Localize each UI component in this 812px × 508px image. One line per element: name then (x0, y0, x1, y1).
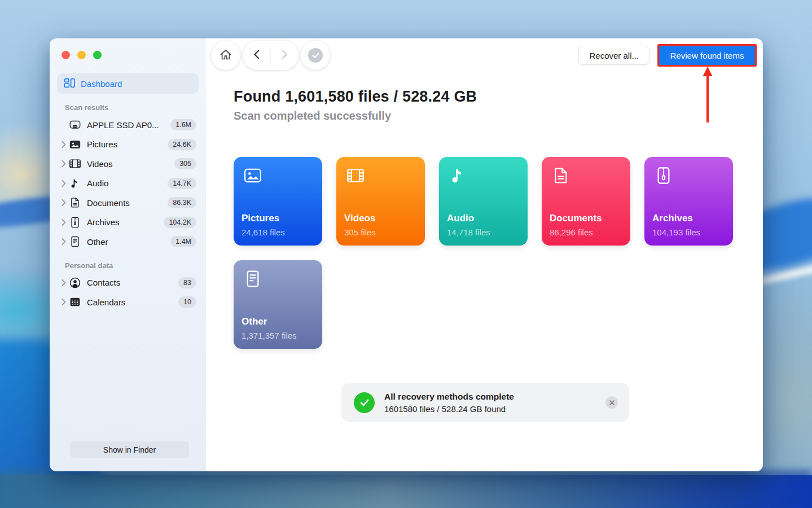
category-card-pictures[interactable]: Pictures 24,618 files (234, 157, 322, 246)
chevron-right-icon (282, 50, 288, 61)
card-title: Archives (652, 213, 693, 224)
sidebar-item-documents[interactable]: Documents 86.3K (57, 193, 199, 213)
sidebar-item-label: Pictures (87, 139, 117, 149)
sidebar-item-label: Contacts (87, 278, 120, 287)
count-badge: 83 (178, 277, 196, 288)
card-files-count: 104,193 files (652, 227, 700, 237)
review-found-items-button[interactable]: Review found items (657, 44, 757, 67)
annotation-arrow (702, 67, 713, 123)
sidebar-item-pictures[interactable]: Pictures 24.6K (57, 135, 199, 155)
chevron-left-icon (253, 50, 260, 61)
notification-subtitle: 1601580 files / 528.24 GB found (384, 404, 514, 414)
sidebar-item-audio[interactable]: Audio 14.7K (57, 174, 199, 194)
wallpaper-bottom-waves (0, 475, 812, 508)
category-card-archives[interactable]: Archives 104,193 files (644, 157, 733, 246)
dashboard-icon (64, 77, 75, 90)
sidebar-item-label: Calendars (87, 297, 125, 307)
sidebar-item-label: Documents (87, 198, 130, 208)
main-panel: Recover all... Review found items Found … (206, 38, 763, 471)
notification-close-button[interactable] (605, 396, 618, 409)
photo-icon (243, 166, 262, 187)
notification-title: All recovery methods complete (384, 392, 514, 402)
card-title: Pictures (242, 213, 279, 224)
zip-archive-icon (68, 216, 82, 229)
chevron-right-icon (59, 279, 68, 286)
sidebar: Dashboard Scan results APPLE SSD AP0... … (50, 38, 206, 471)
category-card-other[interactable]: Other 1,371,357 files (234, 260, 322, 349)
sidebar-item-drive[interactable]: APPLE SSD AP0... 1.6M (57, 115, 199, 135)
sidebar-item-label: Other (87, 237, 108, 247)
card-title: Other (242, 316, 267, 327)
section-title-scan-results: Scan results (65, 103, 199, 112)
chevron-right-icon (59, 160, 68, 167)
chevron-right-icon (59, 180, 68, 187)
close-window-button[interactable] (62, 51, 70, 59)
page-title: Found 1,601,580 files / 528.24 GB (234, 88, 477, 106)
photo-icon (68, 138, 82, 151)
recovery-complete-notification: All recovery methods complete 1601580 fi… (341, 383, 629, 422)
sidebar-item-label: Dashboard (81, 79, 122, 89)
back-button[interactable] (243, 41, 270, 70)
category-cards: Pictures 24,618 files Videos 305 files (234, 157, 753, 349)
sidebar-item-label: Videos (87, 159, 113, 169)
section-title-personal-data: Personal data (65, 261, 199, 270)
card-title: Audio (447, 213, 474, 224)
music-note-icon (68, 177, 82, 190)
sidebar-item-label: Audio (87, 178, 108, 188)
category-card-audio[interactable]: Audio 14,718 files (439, 157, 528, 246)
film-icon (68, 157, 82, 170)
session-complete-button[interactable] (301, 41, 330, 70)
contact-person-icon (68, 276, 82, 290)
hard-drive-icon (68, 118, 82, 132)
category-card-videos[interactable]: Videos 305 files (336, 157, 425, 246)
card-files-count: 14,718 files (447, 227, 490, 237)
count-badge: 10 (178, 296, 196, 308)
card-files-count: 86,296 files (550, 227, 593, 237)
card-title: Documents (550, 213, 602, 224)
page-subtitle: Scan completed successfully (234, 110, 477, 122)
count-badge: 14.7K (168, 178, 196, 189)
music-note-icon (449, 166, 468, 187)
file-lines-icon (243, 269, 262, 291)
check-circle-icon (308, 48, 323, 63)
calendar-icon (68, 295, 82, 309)
card-title: Videos (344, 213, 375, 224)
count-badge: 104.2K (164, 217, 196, 228)
file-lines-icon (68, 235, 82, 248)
document-icon (68, 196, 82, 209)
home-button[interactable] (211, 41, 240, 70)
sidebar-item-other[interactable]: Other 1.4M (57, 232, 199, 252)
chevron-right-icon (59, 238, 68, 245)
sidebar-item-label: APPLE SSD AP0... (87, 120, 159, 130)
close-icon (609, 398, 615, 407)
sidebar-item-calendars[interactable]: Calendars 10 (57, 292, 199, 312)
count-badge: 86.3K (168, 197, 196, 208)
home-icon (219, 48, 232, 63)
chevron-right-icon (59, 141, 68, 148)
forward-button[interactable] (271, 41, 299, 70)
sidebar-item-label: Archives (87, 217, 120, 227)
toolbar: Recover all... Review found items (211, 41, 757, 70)
success-check-icon (354, 392, 375, 413)
count-badge: 1.6M (170, 119, 196, 130)
zoom-window-button[interactable] (93, 51, 102, 59)
show-in-finder-button[interactable]: Show in Finder (70, 441, 189, 458)
card-files-count: 305 files (344, 227, 376, 237)
app-window: Dashboard Scan results APPLE SSD AP0... … (50, 38, 763, 471)
zip-archive-icon (654, 166, 673, 187)
count-badge: 305 (174, 158, 196, 169)
minimize-window-button[interactable] (77, 51, 86, 59)
sidebar-item-videos[interactable]: Videos 305 (57, 154, 199, 174)
chevron-right-icon (59, 299, 68, 305)
count-badge: 1.4M (170, 236, 196, 247)
film-icon (346, 166, 365, 187)
sidebar-item-dashboard[interactable]: Dashboard (57, 73, 199, 94)
sidebar-item-contacts[interactable]: Contacts 83 (57, 273, 199, 293)
chevron-right-icon (59, 199, 68, 206)
traffic-lights (62, 51, 102, 59)
category-card-documents[interactable]: Documents 86,296 files (542, 157, 630, 246)
recover-all-button[interactable]: Recover all... (578, 46, 649, 65)
sidebar-item-archives[interactable]: Archives 104.2K (57, 213, 199, 233)
document-icon (551, 166, 570, 187)
count-badge: 24.6K (168, 139, 196, 150)
